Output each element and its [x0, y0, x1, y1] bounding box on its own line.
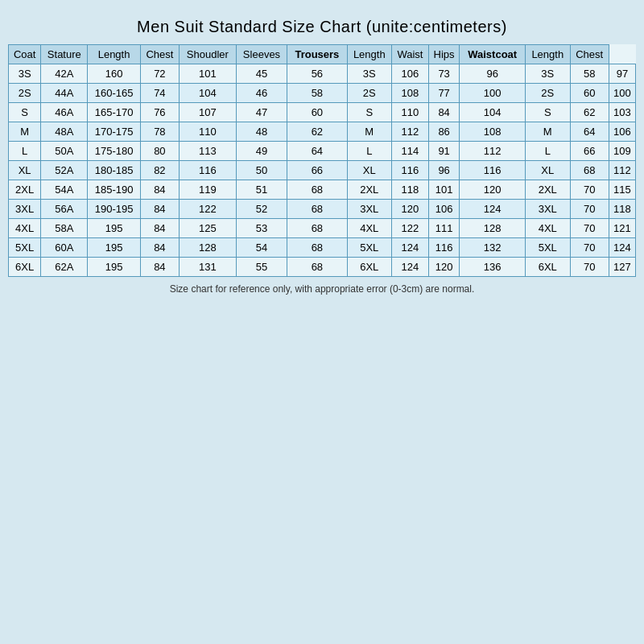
- cell-2-1: 46A: [41, 103, 88, 122]
- cell-6-1: 54A: [41, 180, 88, 200]
- col-header-10: Waistcoat: [460, 45, 526, 64]
- cell-3-3: 78: [140, 122, 179, 142]
- cell-9-13: 124: [609, 238, 635, 258]
- cell-7-0: 3XL: [9, 200, 41, 219]
- col-header-12: Chest: [570, 45, 609, 64]
- cell-10-5: 55: [236, 258, 287, 277]
- cell-2-2: 165-170: [88, 103, 140, 122]
- cell-1-2: 160-165: [88, 84, 140, 103]
- cell-5-6: 66: [287, 161, 347, 180]
- table-row: 2XL54A185-1908411951682XL1181011202XL701…: [9, 180, 636, 200]
- cell-2-8: 110: [392, 103, 429, 122]
- cell-8-0: 4XL: [9, 219, 41, 238]
- cell-8-9: 111: [428, 219, 459, 238]
- cell-3-5: 48: [236, 122, 287, 142]
- cell-3-13: 106: [609, 122, 635, 142]
- cell-7-11: 3XL: [526, 200, 570, 219]
- cell-1-7: 2S: [347, 84, 391, 103]
- cell-7-3: 84: [140, 200, 179, 219]
- cell-8-1: 58A: [41, 219, 88, 238]
- cell-9-9: 116: [428, 238, 459, 258]
- cell-9-8: 124: [392, 238, 429, 258]
- cell-5-12: 68: [570, 161, 609, 180]
- cell-10-9: 120: [428, 258, 459, 277]
- cell-5-9: 96: [428, 161, 459, 180]
- cell-10-3: 84: [140, 258, 179, 277]
- cell-4-5: 49: [236, 142, 287, 161]
- cell-4-8: 114: [392, 142, 429, 161]
- cell-9-12: 70: [570, 238, 609, 258]
- cell-1-12: 60: [570, 84, 609, 103]
- cell-9-5: 54: [236, 238, 287, 258]
- cell-1-0: 2S: [9, 84, 41, 103]
- cell-0-11: 3S: [526, 64, 570, 84]
- cell-3-11: M: [526, 122, 570, 142]
- cell-1-5: 46: [236, 84, 287, 103]
- cell-9-4: 128: [180, 238, 237, 258]
- cell-8-2: 195: [88, 219, 140, 238]
- cell-9-0: 5XL: [9, 238, 41, 258]
- cell-6-6: 68: [287, 180, 347, 200]
- cell-6-12: 70: [570, 180, 609, 200]
- col-header-8: Waist: [392, 45, 429, 64]
- cell-6-10: 120: [460, 180, 526, 200]
- cell-7-13: 118: [609, 200, 635, 219]
- table-row: 2S44A160-1657410446582S108771002S60100: [9, 84, 636, 103]
- cell-0-13: 97: [609, 64, 635, 84]
- cell-4-11: L: [526, 142, 570, 161]
- cell-7-9: 106: [428, 200, 459, 219]
- cell-5-7: XL: [347, 161, 391, 180]
- col-header-0: Coat: [9, 45, 41, 64]
- cell-8-11: 4XL: [526, 219, 570, 238]
- cell-6-0: 2XL: [9, 180, 41, 200]
- cell-10-13: 127: [609, 258, 635, 277]
- col-header-1: Stature: [41, 45, 88, 64]
- cell-7-2: 190-195: [88, 200, 140, 219]
- cell-5-5: 50: [236, 161, 287, 180]
- cell-10-2: 195: [88, 258, 140, 277]
- cell-4-4: 113: [180, 142, 237, 161]
- cell-10-0: 6XL: [9, 258, 41, 277]
- table-row: L50A175-180801134964L11491112L66109: [9, 142, 636, 161]
- cell-4-2: 175-180: [88, 142, 140, 161]
- cell-7-10: 124: [460, 200, 526, 219]
- cell-10-10: 136: [460, 258, 526, 277]
- cell-8-10: 128: [460, 219, 526, 238]
- cell-3-4: 110: [180, 122, 237, 142]
- cell-7-12: 70: [570, 200, 609, 219]
- cell-5-0: XL: [9, 161, 41, 180]
- cell-10-11: 6XL: [526, 258, 570, 277]
- cell-8-3: 84: [140, 219, 179, 238]
- size-chart-table: CoatStatureLengthChestShoudlerSleevesTro…: [8, 44, 636, 277]
- table-row: S46A165-170761074760S11084104S62103: [9, 103, 636, 122]
- table-row: 6XL62A1958413155686XL1241201366XL70127: [9, 258, 636, 277]
- cell-10-6: 68: [287, 258, 347, 277]
- cell-6-5: 51: [236, 180, 287, 200]
- cell-6-3: 84: [140, 180, 179, 200]
- col-header-5: Sleeves: [236, 45, 287, 64]
- cell-4-12: 66: [570, 142, 609, 161]
- cell-4-13: 109: [609, 142, 635, 161]
- cell-1-1: 44A: [41, 84, 88, 103]
- cell-2-5: 47: [236, 103, 287, 122]
- page-title: Men Suit Standard Size Chart (unite:cent…: [137, 18, 507, 36]
- cell-2-13: 103: [609, 103, 635, 122]
- cell-3-7: M: [347, 122, 391, 142]
- table-row: 3S42A1607210145563S10673963S5897: [9, 64, 636, 84]
- table-row: 3XL56A190-1958412252683XL1201061243XL701…: [9, 200, 636, 219]
- cell-0-1: 42A: [41, 64, 88, 84]
- col-header-4: Shoudler: [180, 45, 237, 64]
- cell-5-3: 82: [140, 161, 179, 180]
- table-row: 4XL58A1958412553684XL1221111284XL70121: [9, 219, 636, 238]
- cell-10-1: 62A: [41, 258, 88, 277]
- cell-1-3: 74: [140, 84, 179, 103]
- cell-9-3: 84: [140, 238, 179, 258]
- cell-6-9: 101: [428, 180, 459, 200]
- cell-0-8: 106: [392, 64, 429, 84]
- cell-7-1: 56A: [41, 200, 88, 219]
- cell-5-1: 52A: [41, 161, 88, 180]
- cell-8-12: 70: [570, 219, 609, 238]
- cell-8-13: 121: [609, 219, 635, 238]
- col-header-6: Trousers: [287, 45, 347, 64]
- cell-7-8: 120: [392, 200, 429, 219]
